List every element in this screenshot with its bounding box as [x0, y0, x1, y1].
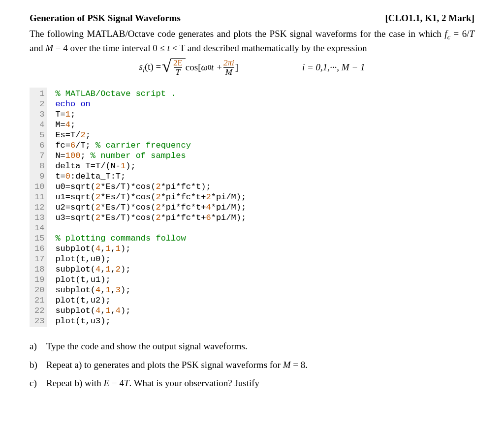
header-tag: [CLO1.1, K1, 2 Mark] [385, 12, 474, 25]
line-number: 4 [34, 120, 44, 130]
line-number: 21 [34, 295, 44, 306]
code-line: plot(t,u3); [55, 316, 246, 326]
equation-row: si(t) = √ 2E T cos[ ω0t + 2πi M ] i = 0, [30, 58, 474, 77]
line-number: 18 [34, 264, 44, 275]
line-number: 12 [34, 202, 44, 213]
code-line: subplot(4,1,3); [55, 285, 246, 295]
var-M: M [45, 43, 53, 53]
line-number: 22 [34, 306, 44, 316]
frac-den: T [174, 67, 182, 77]
equation-main: si(t) = √ 2E T cos[ ω0t + 2πi M ] [139, 58, 238, 77]
code-line: plot(t,u2); [55, 295, 246, 306]
line-number: 1 [34, 89, 44, 99]
eq-omega-sub: 0 [208, 63, 211, 72]
line-number: 20 [34, 285, 44, 295]
eq-cos-close: ] [235, 61, 238, 74]
code-line: echo on [55, 99, 246, 109]
fraction: 2πi M [222, 59, 235, 77]
code-line: Es=T/2; [55, 130, 246, 140]
line-number: 15 [34, 233, 44, 244]
line-number: 7 [34, 151, 44, 161]
intro-paragraph: The following MATLAB/Octave code generat… [30, 28, 474, 55]
intro-text: and [30, 43, 45, 53]
line-number: 23 [34, 316, 44, 326]
line-number: 19 [34, 275, 44, 285]
sqrt-icon: √ 2E T [162, 58, 186, 77]
var-T: T [124, 378, 129, 388]
line-number: 17 [34, 254, 44, 264]
code-line: u1=sqrt(2*Es/T)*cos(2*pi*fc*t+2*pi/M); [55, 192, 246, 202]
eq-rhs: i = 0,1,···, M − 1 [302, 62, 365, 72]
code-line: t=0:delta_T:T; [55, 171, 246, 182]
code-body: % MATLAB/Octave script .echo onT=1;M=4;E… [47, 88, 246, 327]
intro-text: The following MATLAB/Octave code generat… [30, 29, 444, 39]
eq-omega: ω [201, 61, 208, 74]
line-number: 10 [34, 182, 44, 192]
var-M: M [283, 360, 291, 370]
q-text: Repeat b) with E = 4T. What is your obse… [46, 377, 259, 390]
code-line: u3=sqrt(2*Es/T)*cos(2*pi*fc*t+6*pi/M); [55, 213, 246, 223]
code-line: % MATLAB/Octave script . [55, 89, 246, 99]
line-number: 14 [34, 223, 44, 233]
code-block: 1234567891011121314151617181920212223 % … [30, 88, 474, 327]
q-label: b) [30, 359, 46, 371]
intro-text: = 6/ [450, 29, 469, 39]
code-line: subplot(4,1,1); [55, 244, 246, 254]
eq-of-t: (t) = [145, 61, 161, 72]
line-number: 9 [34, 171, 44, 182]
line-number: 13 [34, 213, 44, 223]
code-line: u0=sqrt(2*Es/T)*cos(2*pi*fc*t); [55, 182, 246, 192]
equation-index: i = 0,1,···, M − 1 [302, 61, 365, 74]
code-gutter: 1234567891011121314151617181920212223 [30, 88, 47, 327]
q-text: Repeat a) to generates and plots the PSK… [46, 359, 308, 371]
code-line: fc=6/T; % carrier frequency [55, 140, 246, 151]
q-label: a) [30, 340, 46, 353]
code-line: plot(t,u1); [55, 275, 246, 285]
line-number: 2 [34, 99, 44, 109]
q-label: c) [30, 377, 46, 390]
code-line [55, 223, 246, 233]
var-E: E [104, 378, 110, 388]
question-c: c) Repeat b) with E = 4T. What is your o… [30, 377, 474, 390]
q-text: Type the code and show the output signal… [46, 340, 248, 353]
line-number: 3 [34, 109, 44, 120]
eq-cos-open: cos[ [186, 61, 201, 74]
code-line: delta_T=T/(N-1); [55, 161, 246, 171]
code-line: u2=sqrt(2*Es/T)*cos(2*pi*fc*t+4*pi/M); [55, 202, 246, 213]
line-number: 11 [34, 192, 44, 202]
eq-omega-t: t + [211, 61, 222, 74]
question-list: a) Type the code and show the output sig… [30, 340, 474, 390]
fraction: 2E T [172, 59, 184, 77]
code-line: % plotting commands follow [55, 233, 246, 244]
code-line: subplot(4,1,4); [55, 306, 246, 316]
frac-num: 2πi [222, 59, 235, 67]
line-number: 8 [34, 161, 44, 171]
page-title: Generation of PSK Signal Waveforms [30, 12, 181, 25]
header-row: Generation of PSK Signal Waveforms [CLO1… [30, 12, 474, 25]
line-number: 6 [34, 140, 44, 151]
line-number: 16 [34, 244, 44, 254]
frac-den: M [223, 67, 234, 77]
code-line: plot(t,u0); [55, 254, 246, 264]
question-a: a) Type the code and show the output sig… [30, 340, 474, 353]
line-number: 5 [34, 130, 44, 140]
code-line: M=4; [55, 120, 246, 130]
var-T: T [469, 29, 474, 39]
intro-text: < T and described mathematically by the … [170, 43, 367, 53]
code-line: N=100; % number of samples [55, 151, 246, 161]
intro-text: = 4 over the time interval 0 ≤ [53, 43, 167, 53]
frac-num: 2E [172, 59, 184, 67]
eq-s: s [139, 61, 143, 72]
code-line: T=1; [55, 109, 246, 120]
code-line: subplot(4,1,2); [55, 264, 246, 275]
question-b: b) Repeat a) to generates and plots the … [30, 359, 474, 371]
